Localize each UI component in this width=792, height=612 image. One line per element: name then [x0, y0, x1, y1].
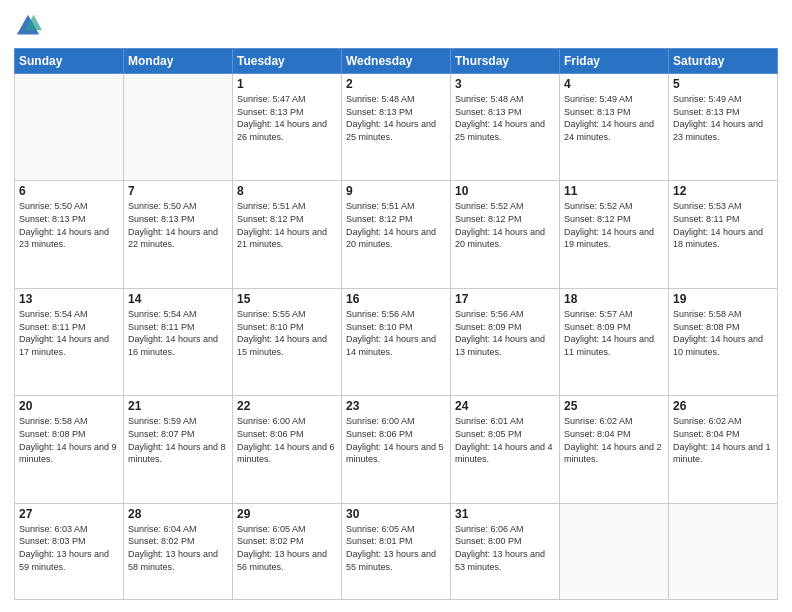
col-header-tuesday: Tuesday — [233, 49, 342, 74]
col-header-monday: Monday — [124, 49, 233, 74]
day-info: Sunrise: 5:58 AMSunset: 8:08 PMDaylight:… — [19, 415, 119, 465]
day-info: Sunrise: 6:06 AMSunset: 8:00 PMDaylight:… — [455, 523, 555, 573]
day-info: Sunrise: 6:00 AMSunset: 8:06 PMDaylight:… — [237, 415, 337, 465]
calendar-cell: 8Sunrise: 5:51 AMSunset: 8:12 PMDaylight… — [233, 181, 342, 288]
calendar-header-row: SundayMondayTuesdayWednesdayThursdayFrid… — [15, 49, 778, 74]
calendar-row-5: 27Sunrise: 6:03 AMSunset: 8:03 PMDayligh… — [15, 503, 778, 599]
day-info: Sunrise: 6:00 AMSunset: 8:06 PMDaylight:… — [346, 415, 446, 465]
logo — [14, 12, 46, 40]
day-number: 2 — [346, 77, 446, 91]
day-info: Sunrise: 6:02 AMSunset: 8:04 PMDaylight:… — [564, 415, 664, 465]
day-info: Sunrise: 5:57 AMSunset: 8:09 PMDaylight:… — [564, 308, 664, 358]
calendar-cell: 22Sunrise: 6:00 AMSunset: 8:06 PMDayligh… — [233, 396, 342, 503]
day-info: Sunrise: 5:52 AMSunset: 8:12 PMDaylight:… — [455, 200, 555, 250]
calendar-cell — [560, 503, 669, 599]
day-number: 14 — [128, 292, 228, 306]
col-header-friday: Friday — [560, 49, 669, 74]
calendar-cell: 11Sunrise: 5:52 AMSunset: 8:12 PMDayligh… — [560, 181, 669, 288]
calendar-cell: 18Sunrise: 5:57 AMSunset: 8:09 PMDayligh… — [560, 288, 669, 395]
day-info: Sunrise: 5:58 AMSunset: 8:08 PMDaylight:… — [673, 308, 773, 358]
calendar-cell: 6Sunrise: 5:50 AMSunset: 8:13 PMDaylight… — [15, 181, 124, 288]
day-number: 12 — [673, 184, 773, 198]
calendar-cell: 26Sunrise: 6:02 AMSunset: 8:04 PMDayligh… — [669, 396, 778, 503]
day-number: 18 — [564, 292, 664, 306]
day-number: 24 — [455, 399, 555, 413]
day-number: 20 — [19, 399, 119, 413]
calendar-cell: 20Sunrise: 5:58 AMSunset: 8:08 PMDayligh… — [15, 396, 124, 503]
day-info: Sunrise: 5:56 AMSunset: 8:10 PMDaylight:… — [346, 308, 446, 358]
day-number: 31 — [455, 507, 555, 521]
day-number: 30 — [346, 507, 446, 521]
calendar-row-2: 6Sunrise: 5:50 AMSunset: 8:13 PMDaylight… — [15, 181, 778, 288]
day-info: Sunrise: 6:04 AMSunset: 8:02 PMDaylight:… — [128, 523, 228, 573]
calendar-cell: 4Sunrise: 5:49 AMSunset: 8:13 PMDaylight… — [560, 74, 669, 181]
calendar-cell: 9Sunrise: 5:51 AMSunset: 8:12 PMDaylight… — [342, 181, 451, 288]
day-number: 22 — [237, 399, 337, 413]
calendar-cell: 7Sunrise: 5:50 AMSunset: 8:13 PMDaylight… — [124, 181, 233, 288]
calendar-cell: 17Sunrise: 5:56 AMSunset: 8:09 PMDayligh… — [451, 288, 560, 395]
calendar-row-4: 20Sunrise: 5:58 AMSunset: 8:08 PMDayligh… — [15, 396, 778, 503]
calendar-cell: 13Sunrise: 5:54 AMSunset: 8:11 PMDayligh… — [15, 288, 124, 395]
calendar-cell: 21Sunrise: 5:59 AMSunset: 8:07 PMDayligh… — [124, 396, 233, 503]
col-header-wednesday: Wednesday — [342, 49, 451, 74]
calendar-cell: 16Sunrise: 5:56 AMSunset: 8:10 PMDayligh… — [342, 288, 451, 395]
day-number: 11 — [564, 184, 664, 198]
calendar-cell: 5Sunrise: 5:49 AMSunset: 8:13 PMDaylight… — [669, 74, 778, 181]
day-number: 7 — [128, 184, 228, 198]
calendar-row-1: 1Sunrise: 5:47 AMSunset: 8:13 PMDaylight… — [15, 74, 778, 181]
calendar-cell — [669, 503, 778, 599]
day-info: Sunrise: 6:05 AMSunset: 8:02 PMDaylight:… — [237, 523, 337, 573]
day-info: Sunrise: 5:50 AMSunset: 8:13 PMDaylight:… — [19, 200, 119, 250]
day-info: Sunrise: 5:50 AMSunset: 8:13 PMDaylight:… — [128, 200, 228, 250]
day-number: 10 — [455, 184, 555, 198]
day-number: 15 — [237, 292, 337, 306]
day-number: 17 — [455, 292, 555, 306]
day-info: Sunrise: 5:48 AMSunset: 8:13 PMDaylight:… — [346, 93, 446, 143]
calendar-cell: 24Sunrise: 6:01 AMSunset: 8:05 PMDayligh… — [451, 396, 560, 503]
page-container: SundayMondayTuesdayWednesdayThursdayFrid… — [0, 0, 792, 612]
calendar-table: SundayMondayTuesdayWednesdayThursdayFrid… — [14, 48, 778, 600]
day-number: 13 — [19, 292, 119, 306]
day-number: 1 — [237, 77, 337, 91]
day-info: Sunrise: 6:05 AMSunset: 8:01 PMDaylight:… — [346, 523, 446, 573]
calendar-cell: 15Sunrise: 5:55 AMSunset: 8:10 PMDayligh… — [233, 288, 342, 395]
calendar-cell: 12Sunrise: 5:53 AMSunset: 8:11 PMDayligh… — [669, 181, 778, 288]
day-number: 8 — [237, 184, 337, 198]
day-number: 6 — [19, 184, 119, 198]
day-number: 25 — [564, 399, 664, 413]
logo-icon — [14, 12, 42, 40]
day-info: Sunrise: 5:54 AMSunset: 8:11 PMDaylight:… — [19, 308, 119, 358]
day-info: Sunrise: 6:02 AMSunset: 8:04 PMDaylight:… — [673, 415, 773, 465]
day-number: 27 — [19, 507, 119, 521]
calendar-cell: 28Sunrise: 6:04 AMSunset: 8:02 PMDayligh… — [124, 503, 233, 599]
calendar-row-3: 13Sunrise: 5:54 AMSunset: 8:11 PMDayligh… — [15, 288, 778, 395]
day-info: Sunrise: 5:51 AMSunset: 8:12 PMDaylight:… — [346, 200, 446, 250]
day-info: Sunrise: 6:03 AMSunset: 8:03 PMDaylight:… — [19, 523, 119, 573]
day-info: Sunrise: 5:53 AMSunset: 8:11 PMDaylight:… — [673, 200, 773, 250]
day-info: Sunrise: 5:49 AMSunset: 8:13 PMDaylight:… — [673, 93, 773, 143]
day-number: 3 — [455, 77, 555, 91]
calendar-cell: 25Sunrise: 6:02 AMSunset: 8:04 PMDayligh… — [560, 396, 669, 503]
col-header-sunday: Sunday — [15, 49, 124, 74]
day-info: Sunrise: 5:47 AMSunset: 8:13 PMDaylight:… — [237, 93, 337, 143]
calendar-cell: 30Sunrise: 6:05 AMSunset: 8:01 PMDayligh… — [342, 503, 451, 599]
day-number: 4 — [564, 77, 664, 91]
calendar-cell — [124, 74, 233, 181]
calendar-cell — [15, 74, 124, 181]
day-number: 5 — [673, 77, 773, 91]
calendar-cell: 3Sunrise: 5:48 AMSunset: 8:13 PMDaylight… — [451, 74, 560, 181]
calendar-cell: 19Sunrise: 5:58 AMSunset: 8:08 PMDayligh… — [669, 288, 778, 395]
day-number: 26 — [673, 399, 773, 413]
calendar-cell: 31Sunrise: 6:06 AMSunset: 8:00 PMDayligh… — [451, 503, 560, 599]
calendar-cell: 29Sunrise: 6:05 AMSunset: 8:02 PMDayligh… — [233, 503, 342, 599]
day-number: 19 — [673, 292, 773, 306]
calendar-cell: 23Sunrise: 6:00 AMSunset: 8:06 PMDayligh… — [342, 396, 451, 503]
day-number: 29 — [237, 507, 337, 521]
col-header-saturday: Saturday — [669, 49, 778, 74]
header — [14, 12, 778, 40]
day-info: Sunrise: 5:55 AMSunset: 8:10 PMDaylight:… — [237, 308, 337, 358]
day-number: 16 — [346, 292, 446, 306]
day-info: Sunrise: 6:01 AMSunset: 8:05 PMDaylight:… — [455, 415, 555, 465]
calendar-cell: 27Sunrise: 6:03 AMSunset: 8:03 PMDayligh… — [15, 503, 124, 599]
calendar-cell: 1Sunrise: 5:47 AMSunset: 8:13 PMDaylight… — [233, 74, 342, 181]
